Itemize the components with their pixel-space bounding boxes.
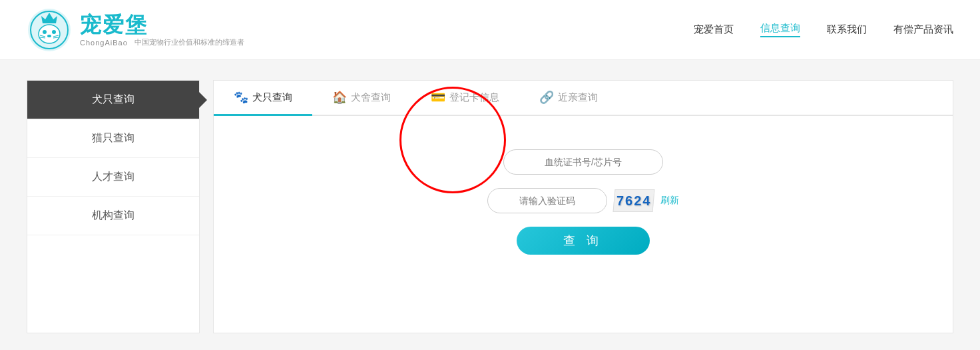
pedigree-input[interactable] xyxy=(503,149,663,175)
logo-chinese-text: 宠爱堡 xyxy=(80,12,244,37)
sidebar-item-org[interactable]: 机构查询 xyxy=(27,197,199,235)
sidebar-item-cat[interactable]: 猫只查询 xyxy=(27,119,199,158)
paw-icon: 🐾 xyxy=(234,90,248,105)
tab-kennel-label: 犬舍查询 xyxy=(351,91,391,104)
tab-relative-label: 近亲查询 xyxy=(558,91,598,104)
sidebar-item-dog[interactable]: 犬只查询 xyxy=(27,81,199,119)
tab-bar: 🐾 犬只查询 🏠 犬舍查询 💳 登记卡信息 🔗 近亲查询 xyxy=(214,81,953,116)
house-icon: 🏠 xyxy=(332,90,347,105)
logo-icon xyxy=(27,7,72,53)
logo-text-block: 宠爱堡 ChongAiBao 中国宠物行业价值和标准的缔造者 xyxy=(80,12,244,47)
nav-item-info[interactable]: 信息查询 xyxy=(760,22,800,37)
tab-card-label: 登记卡信息 xyxy=(449,91,499,104)
network-icon: 🔗 xyxy=(539,90,554,105)
captcha-image: 7624 xyxy=(613,189,655,212)
captcha-row: 7624 刷新 xyxy=(487,188,679,213)
content-wrapper: 🐾 犬只查询 🏠 犬舍查询 💳 登记卡信息 🔗 近亲查询 xyxy=(213,80,953,333)
nav-menu: 宠爱首页 信息查询 联系我们 有偿产品资讯 xyxy=(694,22,953,37)
tab-relative-query[interactable]: 🔗 近亲查询 xyxy=(519,81,618,116)
captcha-value: 7624 xyxy=(616,193,652,209)
svg-point-3 xyxy=(39,25,60,43)
logo-area: 宠爱堡 ChongAiBao 中国宠物行业价值和标准的缔造者 xyxy=(27,7,244,53)
nav-item-products[interactable]: 有偿产品资讯 xyxy=(893,23,953,36)
card-icon: 💳 xyxy=(431,90,445,105)
captcha-input[interactable] xyxy=(487,188,607,213)
svg-point-4 xyxy=(43,30,47,34)
content-area: 🐾 犬只查询 🏠 犬舍查询 💳 登记卡信息 🔗 近亲查询 xyxy=(213,80,953,333)
query-button[interactable]: 查 询 xyxy=(517,227,650,255)
svg-point-5 xyxy=(52,30,56,34)
tab-dog-query[interactable]: 🐾 犬只查询 xyxy=(214,81,312,116)
nav-item-contact[interactable]: 联系我们 xyxy=(827,23,867,36)
sidebar-item-talent[interactable]: 人才查询 xyxy=(27,158,199,197)
main-container: 犬只查询 猫只查询 人才查询 机构查询 🐾 犬只查询 🏠 犬舍查询 💳 登记卡信… xyxy=(0,60,980,350)
search-form: 7624 刷新 查 询 xyxy=(214,116,953,275)
nav-item-home[interactable]: 宠爱首页 xyxy=(694,23,734,36)
logo-subtitle-text: 中国宠物行业价值和标准的缔造者 xyxy=(134,37,244,47)
header: 宠爱堡 ChongAiBao 中国宠物行业价值和标准的缔造者 宠爱首页 信息查询… xyxy=(0,0,980,60)
refresh-link[interactable]: 刷新 xyxy=(660,195,679,207)
tab-card-info[interactable]: 💳 登记卡信息 xyxy=(411,81,519,116)
sidebar: 犬只查询 猫只查询 人才查询 机构查询 xyxy=(27,80,200,333)
svg-point-6 xyxy=(47,35,51,37)
logo-english-text: ChongAiBao xyxy=(80,39,128,47)
tab-kennel-query[interactable]: 🏠 犬舍查询 xyxy=(312,81,411,116)
tab-dog-label: 犬只查询 xyxy=(252,91,292,104)
